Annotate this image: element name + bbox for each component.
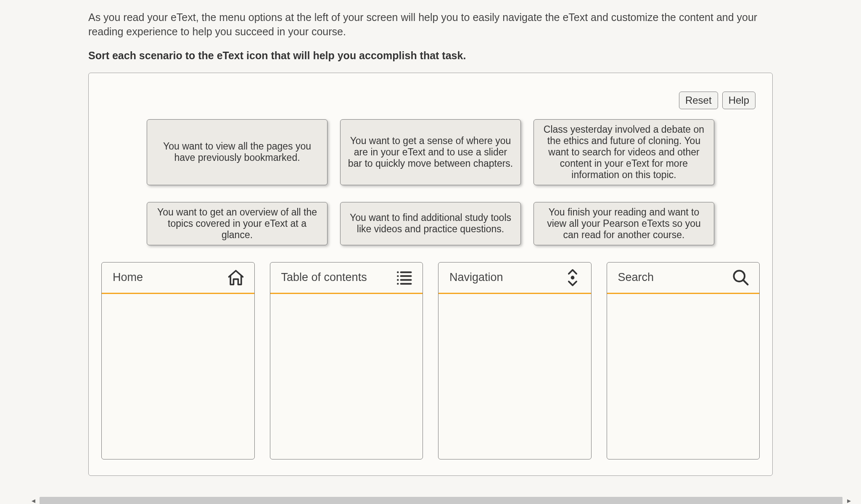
list-icon [395, 268, 413, 287]
svg-line-10 [743, 280, 748, 284]
card-row-1: You want to view all the pages you have … [147, 119, 714, 185]
sortable-cards-area: You want to view all the pages you have … [101, 119, 760, 245]
svg-point-2 [397, 275, 399, 277]
scroll-right-arrow[interactable]: ▸ [845, 496, 853, 504]
scenario-card[interactable]: You want to view all the pages you have … [147, 119, 327, 185]
scroll-track[interactable] [40, 497, 843, 504]
nav-icon [563, 268, 582, 287]
bin-dropzone[interactable] [270, 294, 423, 459]
instructions-text: Sort each scenario to the eText icon tha… [88, 50, 773, 62]
bin-dropzone[interactable] [607, 294, 760, 459]
bin-header: Search [607, 262, 760, 294]
svg-point-4 [397, 279, 399, 281]
horizontal-scrollbar[interactable]: ◂ ▸ [29, 496, 853, 504]
home-icon [227, 268, 245, 287]
bin-header: Table of contents [270, 262, 423, 294]
bin-label: Home [113, 271, 143, 284]
bin-label: Navigation [449, 271, 503, 284]
scenario-card[interactable]: You want to find additional study tools … [340, 202, 521, 245]
bin-header: Navigation [438, 262, 591, 294]
drop-bins: Home Table of contents [101, 262, 760, 459]
bin-header: Home [102, 262, 254, 294]
reset-button[interactable]: Reset [679, 92, 718, 109]
activity-frame: Reset Help You want to view all the page… [88, 73, 773, 476]
svg-point-0 [397, 271, 399, 273]
search-icon [732, 268, 750, 287]
help-button[interactable]: Help [722, 92, 755, 109]
scenario-card[interactable]: Class yesterday involved a debate on the… [534, 119, 714, 185]
bin-search[interactable]: Search [607, 262, 760, 459]
page-root: As you read your eText, the menu options… [0, 10, 861, 504]
svg-point-8 [570, 276, 574, 279]
bin-toc[interactable]: Table of contents [270, 262, 423, 459]
bin-dropzone[interactable] [438, 294, 591, 459]
scenario-card[interactable]: You finish your reading and want to view… [534, 202, 714, 245]
bin-dropzone[interactable] [102, 294, 254, 459]
bin-navigation[interactable]: Navigation [438, 262, 592, 459]
svg-point-6 [397, 283, 399, 284]
scroll-left-arrow[interactable]: ◂ [29, 496, 37, 504]
top-buttons: Reset Help [679, 92, 755, 109]
bin-home[interactable]: Home [101, 262, 255, 459]
bin-label: Table of contents [281, 271, 367, 284]
scenario-card[interactable]: You want to get an overview of all the t… [147, 202, 327, 245]
bin-label: Search [618, 271, 654, 284]
card-row-2: You want to get an overview of all the t… [147, 202, 714, 245]
scenario-card[interactable]: You want to get a sense of where you are… [340, 119, 521, 185]
intro-text: As you read your eText, the menu options… [88, 10, 773, 39]
